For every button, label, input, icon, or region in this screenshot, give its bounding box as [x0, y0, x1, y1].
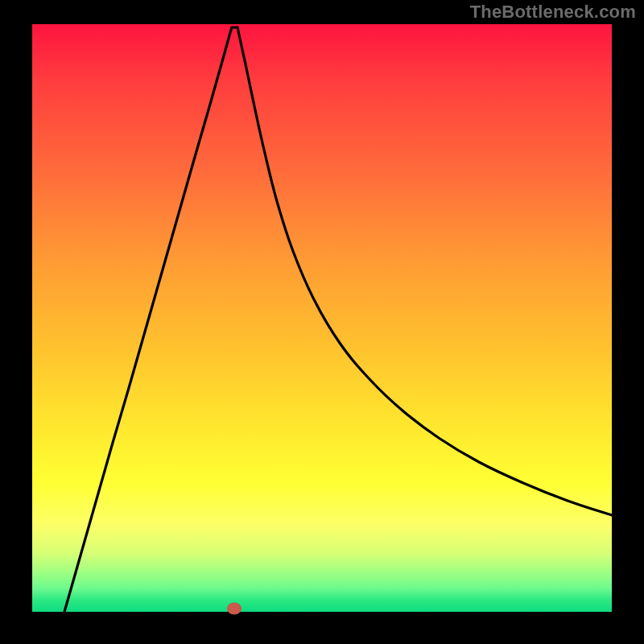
- curve-right-branch: [237, 27, 612, 515]
- curve-layer: [32, 24, 612, 612]
- plot-area: [32, 24, 612, 612]
- chart-frame: TheBottleneck.com: [0, 0, 644, 644]
- curve-left-branch: [64, 27, 237, 612]
- optimal-point-marker: [227, 603, 242, 615]
- watermark: TheBottleneck.com: [470, 2, 636, 23]
